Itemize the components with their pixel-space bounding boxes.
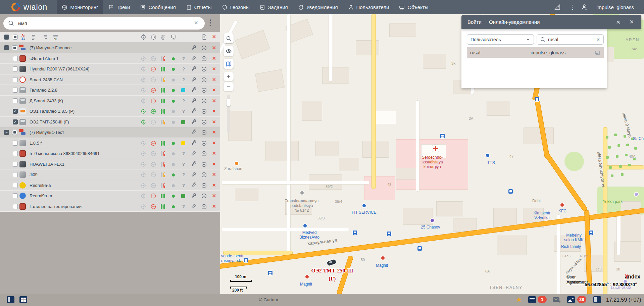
wrench-icon[interactable]: [191, 172, 197, 178]
wrench-icon[interactable]: [191, 151, 197, 157]
unit-properties[interactable]: [191, 161, 197, 167]
bus-stop-icon[interactable]: [268, 270, 273, 275]
wrench-icon[interactable]: [191, 119, 197, 125]
wrench-icon[interactable]: [191, 98, 197, 104]
follow-unit[interactable]: [201, 140, 207, 146]
bus-stop-icon[interactable]: [508, 189, 513, 194]
unit-row[interactable]: 1.8.5 f✕: [0, 138, 220, 149]
messages-icon[interactable]: [528, 296, 536, 303]
zarafshan-marker[interactable]: [234, 161, 239, 166]
tab-users[interactable]: Пользователи: [343, 0, 394, 14]
locate-unit-icon[interactable]: [140, 151, 146, 157]
panel-menu-icon[interactable]: •••: [209, 19, 211, 27]
unit-properties[interactable]: [191, 77, 197, 83]
locate-unit-icon[interactable]: [140, 87, 146, 93]
tab-reports[interactable]: Отчеты: [181, 0, 217, 14]
locate-unit-icon[interactable]: [140, 77, 146, 83]
follow-unit-icon[interactable]: [201, 204, 207, 210]
apps-grid-icon[interactable]: [19, 296, 27, 303]
filter-type-select[interactable]: Пользователь: [467, 34, 534, 45]
tab-tasks[interactable]: Задания: [254, 0, 293, 14]
media-icon[interactable]: [567, 296, 575, 303]
follow-unit[interactable]: [201, 172, 207, 178]
remove-from-list-icon[interactable]: ✕: [212, 66, 216, 71]
remove-from-list-icon[interactable]: ✕: [212, 119, 216, 124]
unit-row[interactable]: Галилео 2.2.8✕: [0, 85, 220, 96]
clear-list-icon[interactable]: ✕: [212, 34, 216, 39]
wrench-icon[interactable]: [191, 66, 197, 72]
unit-properties[interactable]: [191, 87, 197, 93]
group-visibility-checkbox[interactable]: [12, 45, 17, 50]
follow-unit[interactable]: [201, 119, 207, 125]
unit-row[interactable]: Redmi9a-a?✕: [0, 180, 220, 191]
favorites-star-icon[interactable]: ★: [516, 296, 522, 304]
parking-p-marker[interactable]: [430, 218, 435, 223]
follow-unit-icon[interactable]: [201, 108, 207, 114]
zoom-in-button[interactable]: +: [224, 72, 234, 81]
follow-unit-icon[interactable]: [201, 56, 207, 62]
locate-unit[interactable]: [140, 161, 146, 167]
unit-properties[interactable]: [191, 98, 197, 104]
tab-messages[interactable]: Сообщения: [135, 0, 181, 14]
magnit-marker[interactable]: [381, 256, 385, 260]
follow-unit-icon[interactable]: [201, 151, 207, 157]
tab-flag[interactable]: Треки: [103, 0, 135, 14]
follow-unit-icon[interactable]: [201, 87, 207, 93]
wrench-icon[interactable]: [191, 183, 197, 189]
bus-stop-icon[interactable]: [440, 134, 445, 139]
remove-from-list-icon[interactable]: ✕: [212, 56, 216, 61]
unit-properties[interactable]: [191, 130, 197, 136]
tab-notifications[interactable]: Уведомления: [293, 0, 343, 14]
remove-from-list-icon[interactable]: ✕: [212, 172, 216, 177]
unit-checkbox[interactable]: [13, 56, 18, 61]
remove-from-list-icon[interactable]: ✕: [212, 183, 216, 188]
bus-stop-icon[interactable]: [417, 246, 422, 251]
remove-from-list-icon[interactable]: ✕: [212, 204, 216, 209]
remove-from-list-icon[interactable]: ✕: [212, 98, 216, 103]
bus-stop-icon[interactable]: [535, 97, 540, 102]
follow-unit[interactable]: [201, 66, 207, 72]
follow-unit-icon[interactable]: [201, 45, 207, 51]
medved-marker[interactable]: [303, 223, 307, 228]
report-page-icon[interactable]: [201, 34, 207, 40]
unit-properties[interactable]: [191, 108, 197, 114]
unit-row[interactable]: HUAWEI JAT-LX1?✕: [0, 159, 220, 170]
locate-unit-icon[interactable]: [140, 119, 146, 125]
unit-properties[interactable]: [191, 183, 197, 189]
current-user-label[interactable]: impulse_glonass: [596, 4, 634, 10]
unit-properties[interactable]: [191, 119, 197, 125]
follow-unit[interactable]: [201, 77, 207, 83]
notification-search-input[interactable]: [548, 37, 592, 42]
sort-az-icon[interactable]: A↑Z↓: [21, 34, 26, 40]
close-icon[interactable]: ✕: [630, 19, 634, 25]
wrench-icon[interactable]: [191, 161, 197, 167]
remove-from-list-icon[interactable]: ✕: [212, 161, 216, 167]
locate-unit[interactable]: [140, 172, 146, 178]
locate-unit[interactable]: [140, 98, 146, 104]
follow-unit[interactable]: [201, 183, 207, 189]
remove-from-list-icon[interactable]: ✕: [212, 77, 216, 82]
unit-checkbox[interactable]: [13, 141, 18, 146]
wrench-icon[interactable]: [191, 130, 197, 136]
wialon-logo[interactable]: wialon: [0, 0, 57, 14]
list-view-icon[interactable]: [31, 34, 37, 40]
follow-arrow-icon[interactable]: [150, 34, 157, 40]
follow-unit[interactable]: [201, 161, 207, 167]
locate-unit[interactable]: [140, 56, 146, 62]
remove-from-list-icon[interactable]: ✕: [212, 87, 216, 93]
follow-unit[interactable]: [201, 204, 207, 210]
zoom-out-button[interactable]: −: [224, 82, 234, 91]
locate-unit-icon[interactable]: [140, 140, 146, 146]
show-all-icon[interactable]: All: [52, 34, 59, 40]
locate-unit[interactable]: [140, 140, 146, 146]
remove-from-list-icon[interactable]: ✕: [212, 151, 216, 156]
zoom-slider-handle[interactable]: [227, 99, 231, 106]
remove-from-list-icon[interactable]: ✕: [212, 45, 216, 50]
follow-unit-icon[interactable]: [201, 161, 207, 167]
follow-unit-icon[interactable]: [201, 119, 207, 125]
follow-unit[interactable]: [201, 98, 207, 104]
group-visibility-checkbox[interactable]: [12, 130, 17, 135]
tab-geofence[interactable]: Геозоны: [217, 0, 255, 14]
unit-row[interactable]: Hyundai R200 W7 (9613ХХ24)?✕: [0, 64, 220, 74]
unit-properties[interactable]: [191, 193, 197, 199]
